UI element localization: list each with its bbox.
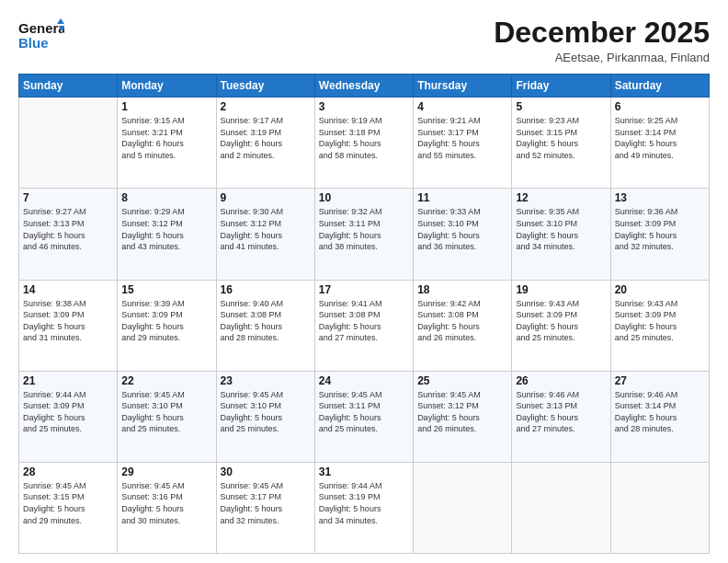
day-info: Sunrise: 9:46 AM Sunset: 3:13 PM Dayligh… <box>516 389 606 435</box>
table-row <box>414 462 512 553</box>
day-info: Sunrise: 9:43 AM Sunset: 3:09 PM Dayligh… <box>615 298 705 344</box>
table-row: 13Sunrise: 9:36 AM Sunset: 3:09 PM Dayli… <box>610 189 709 280</box>
day-info: Sunrise: 9:23 AM Sunset: 3:15 PM Dayligh… <box>516 115 606 161</box>
table-row: 9Sunrise: 9:30 AM Sunset: 3:12 PM Daylig… <box>216 189 314 280</box>
day-number: 27 <box>615 374 705 387</box>
day-number: 2 <box>221 100 311 113</box>
day-info: Sunrise: 9:27 AM Sunset: 3:13 PM Dayligh… <box>23 206 113 252</box>
day-number: 7 <box>23 191 113 204</box>
day-number: 19 <box>516 283 606 296</box>
day-info: Sunrise: 9:41 AM Sunset: 3:08 PM Dayligh… <box>319 298 409 344</box>
day-info: Sunrise: 9:44 AM Sunset: 3:09 PM Dayligh… <box>23 389 113 435</box>
day-info: Sunrise: 9:46 AM Sunset: 3:14 PM Dayligh… <box>615 389 705 435</box>
table-row: 23Sunrise: 9:45 AM Sunset: 3:10 PM Dayli… <box>216 371 314 462</box>
day-info: Sunrise: 9:36 AM Sunset: 3:09 PM Dayligh… <box>615 206 705 252</box>
calendar-table: Sunday Monday Tuesday Wednesday Thursday… <box>18 74 710 554</box>
day-number: 17 <box>319 283 409 296</box>
day-info: Sunrise: 9:43 AM Sunset: 3:09 PM Dayligh… <box>516 298 606 344</box>
col-tuesday: Tuesday <box>216 75 314 98</box>
day-number: 22 <box>121 374 211 387</box>
title-block: December 2025 AEetsae, Pirkanmaa, Finlan… <box>494 17 710 64</box>
day-info: Sunrise: 9:29 AM Sunset: 3:12 PM Dayligh… <box>121 206 211 252</box>
day-info: Sunrise: 9:45 AM Sunset: 3:17 PM Dayligh… <box>221 480 311 526</box>
day-number: 29 <box>121 465 211 478</box>
table-row <box>512 462 610 553</box>
day-number: 31 <box>319 465 409 478</box>
day-number: 23 <box>221 374 311 387</box>
calendar-week-row: 7Sunrise: 9:27 AM Sunset: 3:13 PM Daylig… <box>19 189 710 280</box>
day-number: 4 <box>417 100 507 113</box>
table-row: 5Sunrise: 9:23 AM Sunset: 3:15 PM Daylig… <box>512 98 610 189</box>
calendar-week-row: 28Sunrise: 9:45 AM Sunset: 3:15 PM Dayli… <box>19 462 710 553</box>
table-row: 29Sunrise: 9:45 AM Sunset: 3:16 PM Dayli… <box>118 462 216 553</box>
day-number: 28 <box>23 465 113 478</box>
logo: General Blue <box>18 17 64 59</box>
table-row: 3Sunrise: 9:19 AM Sunset: 3:18 PM Daylig… <box>314 98 413 189</box>
day-number: 30 <box>221 465 311 478</box>
day-info: Sunrise: 9:45 AM Sunset: 3:11 PM Dayligh… <box>319 389 409 435</box>
col-wednesday: Wednesday <box>314 75 413 98</box>
calendar-header-row: Sunday Monday Tuesday Wednesday Thursday… <box>19 75 710 98</box>
day-info: Sunrise: 9:38 AM Sunset: 3:09 PM Dayligh… <box>23 298 113 344</box>
day-info: Sunrise: 9:33 AM Sunset: 3:10 PM Dayligh… <box>417 206 507 252</box>
day-info: Sunrise: 9:44 AM Sunset: 3:19 PM Dayligh… <box>319 480 409 526</box>
col-saturday: Saturday <box>610 75 709 98</box>
day-info: Sunrise: 9:45 AM Sunset: 3:16 PM Dayligh… <box>121 480 211 526</box>
col-friday: Friday <box>512 75 610 98</box>
table-row: 30Sunrise: 9:45 AM Sunset: 3:17 PM Dayli… <box>216 462 314 553</box>
svg-text:Blue: Blue <box>18 35 49 51</box>
day-number: 1 <box>121 100 211 113</box>
day-info: Sunrise: 9:45 AM Sunset: 3:10 PM Dayligh… <box>221 389 311 435</box>
calendar-page: General Blue December 2025 AEetsae, Pirk… <box>0 0 728 563</box>
day-number: 16 <box>221 283 311 296</box>
calendar-week-row: 14Sunrise: 9:38 AM Sunset: 3:09 PM Dayli… <box>19 280 710 371</box>
table-row: 22Sunrise: 9:45 AM Sunset: 3:10 PM Dayli… <box>118 371 216 462</box>
day-number: 21 <box>23 374 113 387</box>
day-number: 5 <box>516 100 606 113</box>
day-number: 9 <box>221 191 311 204</box>
day-info: Sunrise: 9:45 AM Sunset: 3:10 PM Dayligh… <box>121 389 211 435</box>
table-row: 27Sunrise: 9:46 AM Sunset: 3:14 PM Dayli… <box>610 371 709 462</box>
table-row: 4Sunrise: 9:21 AM Sunset: 3:17 PM Daylig… <box>414 98 512 189</box>
table-row: 28Sunrise: 9:45 AM Sunset: 3:15 PM Dayli… <box>19 462 118 553</box>
day-number: 13 <box>615 191 705 204</box>
day-number: 6 <box>615 100 705 113</box>
table-row: 15Sunrise: 9:39 AM Sunset: 3:09 PM Dayli… <box>118 280 216 371</box>
day-number: 25 <box>417 374 507 387</box>
table-row: 6Sunrise: 9:25 AM Sunset: 3:14 PM Daylig… <box>610 98 709 189</box>
day-number: 11 <box>417 191 507 204</box>
table-row: 16Sunrise: 9:40 AM Sunset: 3:08 PM Dayli… <box>216 280 314 371</box>
table-row: 24Sunrise: 9:45 AM Sunset: 3:11 PM Dayli… <box>314 371 413 462</box>
table-row: 26Sunrise: 9:46 AM Sunset: 3:13 PM Dayli… <box>512 371 610 462</box>
day-info: Sunrise: 9:30 AM Sunset: 3:12 PM Dayligh… <box>221 206 311 252</box>
day-info: Sunrise: 9:15 AM Sunset: 3:21 PM Dayligh… <box>121 115 211 161</box>
day-info: Sunrise: 9:21 AM Sunset: 3:17 PM Dayligh… <box>417 115 507 161</box>
calendar-week-row: 1Sunrise: 9:15 AM Sunset: 3:21 PM Daylig… <box>19 98 710 189</box>
header: General Blue December 2025 AEetsae, Pirk… <box>18 17 710 64</box>
day-info: Sunrise: 9:19 AM Sunset: 3:18 PM Dayligh… <box>319 115 409 161</box>
day-number: 12 <box>516 191 606 204</box>
table-row: 19Sunrise: 9:43 AM Sunset: 3:09 PM Dayli… <box>512 280 610 371</box>
day-number: 8 <box>121 191 211 204</box>
table-row: 31Sunrise: 9:44 AM Sunset: 3:19 PM Dayli… <box>314 462 413 553</box>
month-title: December 2025 <box>494 17 710 49</box>
day-info: Sunrise: 9:25 AM Sunset: 3:14 PM Dayligh… <box>615 115 705 161</box>
day-number: 10 <box>319 191 409 204</box>
table-row: 14Sunrise: 9:38 AM Sunset: 3:09 PM Dayli… <box>19 280 118 371</box>
day-number: 14 <box>23 283 113 296</box>
day-number: 3 <box>319 100 409 113</box>
table-row: 10Sunrise: 9:32 AM Sunset: 3:11 PM Dayli… <box>314 189 413 280</box>
logo-icon: General Blue <box>18 17 64 55</box>
table-row <box>19 98 118 189</box>
day-info: Sunrise: 9:17 AM Sunset: 3:19 PM Dayligh… <box>221 115 311 161</box>
day-number: 18 <box>417 283 507 296</box>
calendar-week-row: 21Sunrise: 9:44 AM Sunset: 3:09 PM Dayli… <box>19 371 710 462</box>
location: AEetsae, Pirkanmaa, Finland <box>494 51 710 64</box>
table-row: 8Sunrise: 9:29 AM Sunset: 3:12 PM Daylig… <box>118 189 216 280</box>
day-info: Sunrise: 9:45 AM Sunset: 3:12 PM Dayligh… <box>417 389 507 435</box>
day-info: Sunrise: 9:42 AM Sunset: 3:08 PM Dayligh… <box>417 298 507 344</box>
col-monday: Monday <box>118 75 216 98</box>
table-row: 11Sunrise: 9:33 AM Sunset: 3:10 PM Dayli… <box>414 189 512 280</box>
table-row <box>610 462 709 553</box>
day-info: Sunrise: 9:45 AM Sunset: 3:15 PM Dayligh… <box>23 480 113 526</box>
